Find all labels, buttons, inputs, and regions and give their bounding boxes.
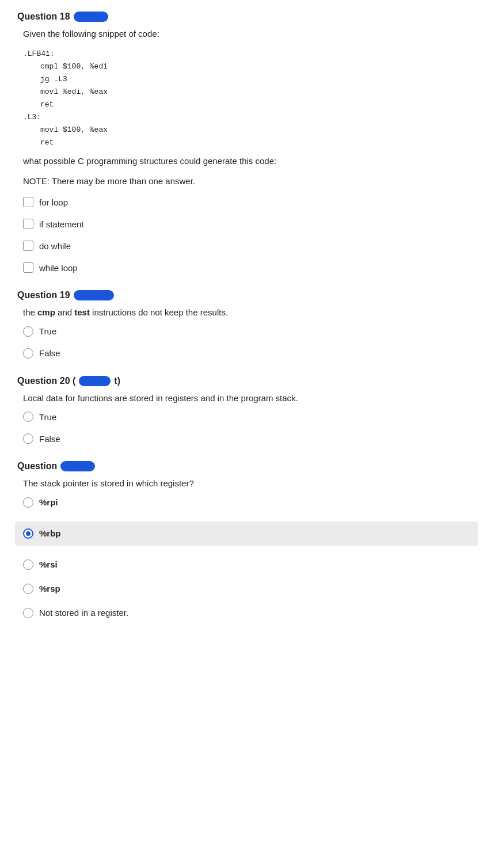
label-q21-rbp: %rbp (39, 528, 61, 538)
label-q21-not-stored: Not stored in a register. (39, 608, 128, 618)
question-20-options: True False (23, 412, 470, 444)
question-18-block: Question 18 Given the following snippet … (17, 12, 470, 273)
question-20-badge (79, 376, 111, 386)
question-18-title: Question 18 (17, 12, 470, 22)
option-q19-true[interactable]: True (23, 326, 470, 337)
question-19-number: Question 19 (17, 290, 70, 300)
label-q20-false: False (39, 434, 60, 444)
radio-q20-false[interactable] (23, 433, 33, 444)
radio-q19-true[interactable] (23, 326, 33, 337)
checkbox-for-loop[interactable] (23, 197, 33, 207)
radio-q21-not-stored[interactable] (23, 608, 33, 618)
option-q21-rsp[interactable]: %rsp (23, 584, 470, 594)
label-while-loop: while loop (39, 263, 78, 273)
code-line-3: jg .L3 (40, 73, 470, 86)
code-line-1: .LFB41: (23, 48, 470, 60)
question-19-block: Question 19 the cmp and test instruction… (17, 290, 470, 359)
question-21-title: Question (17, 461, 470, 471)
checkbox-do-while[interactable] (23, 241, 33, 251)
option-q21-rsi[interactable]: %rsi (23, 559, 470, 570)
question-18-code: .LFB41: cmpl $100, %edi jg .L3 movl %edi… (23, 48, 470, 150)
question-19-options: True False (23, 326, 470, 359)
option-q19-false[interactable]: False (23, 348, 470, 359)
question-18-intro: Given the following snippet of code: (23, 28, 470, 41)
question-21-options: %rpi %rbp %rsi %rsp Not stored in a regi… (23, 497, 470, 618)
question-21-block: Question The stack pointer is stored in … (17, 461, 470, 618)
code-line-8: ret (40, 136, 470, 149)
question-21-badge (60, 461, 95, 471)
label-q20-true: True (39, 412, 56, 422)
radio-q21-rsi[interactable] (23, 559, 33, 570)
option-q21-rbp[interactable]: %rbp (15, 521, 478, 546)
radio-q20-true[interactable] (23, 412, 33, 422)
option-q20-true[interactable]: True (23, 412, 470, 422)
question-19-badge (74, 290, 114, 300)
question-20-number: Question 20 ( (17, 376, 75, 386)
question-18-note: NOTE: There may be more than one answer. (23, 175, 470, 188)
radio-q21-rsp[interactable] (23, 584, 33, 594)
code-line-7: movl $100, %eax (40, 124, 470, 136)
radio-q21-rpi[interactable] (23, 497, 33, 508)
question-20-title: Question 20 ( t) (17, 376, 470, 386)
label-q21-rsi: %rsi (39, 559, 58, 569)
question-19-body: the cmp and test instructions do not kee… (23, 306, 470, 319)
label-if-statement: if statement (39, 219, 84, 229)
question-19-title: Question 19 (17, 290, 470, 300)
question-20-block: Question 20 ( t) Local data for function… (17, 376, 470, 444)
question-20-body: Local data for functions are stored in r… (23, 392, 470, 405)
option-do-while[interactable]: do while (23, 241, 470, 251)
question-18-options: for loop if statement do while while loo… (23, 197, 470, 273)
label-do-while: do while (39, 241, 71, 251)
option-if-statement[interactable]: if statement (23, 219, 470, 229)
option-q21-rpi[interactable]: %rpi (23, 497, 470, 508)
question-21-number: Question (17, 461, 57, 471)
label-for-loop: for loop (39, 197, 68, 207)
radio-q21-rbp[interactable] (23, 528, 33, 539)
label-q21-rsp: %rsp (39, 584, 60, 593)
question-20-suffix: t) (114, 376, 120, 386)
option-while-loop[interactable]: while loop (23, 262, 470, 273)
checkbox-if-statement[interactable] (23, 219, 33, 229)
option-for-loop[interactable]: for loop (23, 197, 470, 207)
checkbox-while-loop[interactable] (23, 262, 33, 273)
question-18-body: what possible C programming structures c… (23, 155, 470, 168)
code-line-2: cmpl $100, %edi (40, 60, 470, 73)
label-q19-false: False (39, 348, 60, 358)
question-18-badge (74, 12, 108, 22)
label-q19-true: True (39, 326, 56, 336)
code-line-4: movl %edi, %eax (40, 86, 470, 98)
option-q20-false[interactable]: False (23, 433, 470, 444)
question-21-body: The stack pointer is stored in which reg… (23, 477, 470, 490)
radio-q19-false[interactable] (23, 348, 33, 359)
label-q21-rpi: %rpi (39, 497, 58, 507)
code-line-6: .L3: (23, 111, 470, 124)
code-line-5: ret (40, 98, 470, 111)
option-q21-not-stored[interactable]: Not stored in a register. (23, 608, 470, 618)
question-18-number: Question 18 (17, 12, 70, 22)
